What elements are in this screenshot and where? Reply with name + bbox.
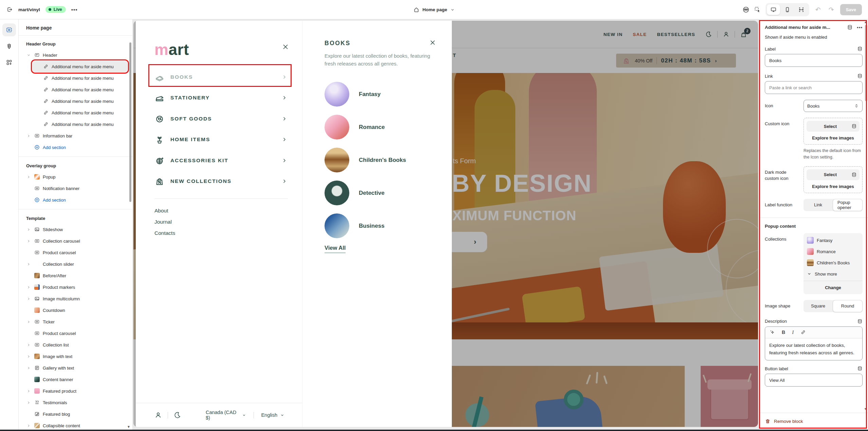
submenu-collection-romance[interactable]: Romance	[325, 111, 438, 144]
app-embeds-tab-icon[interactable]	[2, 56, 16, 69]
drawer-menu-item-home-items[interactable]: HOME ITEMS	[154, 129, 288, 150]
dynamic-source-icon[interactable]	[857, 46, 863, 52]
dynamic-source-icon[interactable]	[857, 319, 863, 324]
drawer-link-journal[interactable]: Journal	[154, 216, 175, 227]
chevron-right-icon[interactable]	[26, 320, 31, 324]
image-shape-option-round[interactable]: Round	[833, 300, 863, 312]
chevron-right-icon[interactable]	[26, 424, 31, 428]
custom-icon-dropzone[interactable]: Select Explore free images	[804, 118, 863, 145]
language-selector[interactable]: English	[261, 412, 284, 418]
collections-item-romance[interactable]: Romance	[807, 246, 859, 257]
submenu-close-icon[interactable]	[429, 39, 436, 46]
tree-row-collection-list[interactable]: Collection list	[23, 339, 128, 351]
change-collections-button[interactable]: Change	[807, 281, 859, 294]
submenu-collection-fantasy[interactable]: Fantasy	[325, 78, 438, 111]
tree-row-countdown[interactable]: Countdown	[23, 304, 128, 316]
drawer-menu-item-new-collections[interactable]: NEW COLLECTIONS	[154, 171, 288, 192]
tree-row-additional-menu-for-aside-menu[interactable]: Additional menu for aside menu	[32, 61, 128, 72]
explore-free-images-link[interactable]: Explore free images	[807, 135, 860, 140]
redo-icon[interactable]: ↷	[827, 6, 836, 14]
country-selector[interactable]: Canada (CAD $)	[206, 410, 246, 420]
tree-row-content-banner[interactable]: Content banner	[23, 374, 128, 385]
submenu-collection-children-s-books[interactable]: Children's Books	[325, 144, 438, 176]
block-more-actions-icon[interactable]: •••	[857, 25, 863, 30]
custom-icon-select-button[interactable]: Select	[807, 121, 860, 132]
submenu-collection-business[interactable]: Business	[325, 209, 438, 242]
collections-item-fantasy[interactable]: Fantasy	[807, 235, 859, 246]
chevron-right-icon[interactable]	[26, 239, 31, 243]
tree-row-additional-menu-for-aside-menu[interactable]: Additional menu for aside menu	[32, 84, 128, 95]
tree-row-popup[interactable]: Popup	[23, 171, 128, 183]
dynamic-source-icon[interactable]	[847, 24, 853, 30]
sidebar-scroll-down-arrow[interactable]: ▼	[127, 425, 130, 429]
tree-row-notification-banner[interactable]: Notification banner	[23, 183, 128, 194]
dynamic-source-icon[interactable]	[851, 172, 857, 177]
preview-inspector-icon[interactable]	[742, 6, 750, 13]
chevron-right-icon[interactable]	[26, 134, 31, 138]
drawer-account-icon[interactable]	[154, 411, 162, 419]
fullscreen-preview-button[interactable]	[795, 4, 808, 15]
tree-row-product-markers[interactable]: Product markers	[23, 281, 128, 293]
chevron-right-icon[interactable]	[26, 389, 31, 393]
tree-row-information-bar[interactable]: Information bar	[23, 130, 128, 142]
add-section-button[interactable]: Add section	[23, 194, 128, 206]
drawer-close-icon[interactable]	[282, 43, 289, 51]
tree-row-testimonials[interactable]: Testimonials	[23, 397, 128, 408]
dynamic-source-icon[interactable]	[857, 366, 863, 371]
view-all-link[interactable]: View All	[325, 245, 346, 253]
sections-tab-icon[interactable]	[2, 23, 16, 36]
tree-row-product-carousel[interactable]: Product carousel	[23, 247, 128, 258]
show-more-toggle[interactable]: Show more	[807, 268, 859, 280]
drawer-link-about[interactable]: About	[154, 205, 175, 216]
drawer-menu-item-soft-goods[interactable]: SOFT GOODS	[154, 108, 288, 129]
chevron-right-icon[interactable]	[26, 400, 31, 405]
chevron-right-icon[interactable]	[26, 175, 31, 179]
tree-row-collection-carousel[interactable]: Collection carousel	[23, 235, 128, 247]
tree-row-header[interactable]: Header	[23, 49, 128, 61]
inspector-scrollbar[interactable]	[865, 25, 867, 101]
remove-block-button[interactable]: Remove block	[774, 419, 803, 424]
mobile-preview-button[interactable]	[781, 4, 794, 15]
inspector-scroll-down-arrow[interactable]: ▼	[864, 407, 867, 411]
chevron-right-icon[interactable]	[26, 366, 31, 370]
save-button[interactable]: Save	[840, 4, 862, 15]
description-text[interactable]: Explore our latest collection of books, …	[765, 338, 862, 360]
store-logo[interactable]: mart	[154, 40, 189, 59]
tree-row-featured-product[interactable]: Featured product	[23, 385, 128, 397]
link-input[interactable]: Paste a link or search	[765, 81, 863, 94]
undo-icon[interactable]: ↶	[814, 6, 823, 14]
label-function-option-popup-opener[interactable]: Popup opener	[833, 199, 863, 211]
dynamic-source-icon[interactable]	[857, 73, 863, 79]
tree-row-ticker[interactable]: Ticker	[23, 316, 128, 327]
chevron-right-icon[interactable]	[26, 297, 31, 301]
dark-custom-icon-select-button[interactable]: Select	[807, 169, 860, 180]
tree-row-slideshow[interactable]: Slideshow	[23, 224, 128, 235]
tree-row-before-after[interactable]: Before/After	[23, 270, 128, 281]
dark-custom-icon-dropzone[interactable]: Select Explore free images	[804, 166, 863, 193]
explore-free-images-link[interactable]: Explore free images	[807, 184, 860, 189]
italic-icon[interactable]: I	[792, 330, 794, 335]
drawer-link-contacts[interactable]: Contacts	[154, 227, 175, 239]
tree-row-additional-menu-for-aside-menu[interactable]: Additional menu for aside menu	[32, 95, 128, 107]
icon-select[interactable]: Books	[804, 100, 863, 112]
bold-icon[interactable]: B	[782, 330, 785, 335]
drawer-menu-item-books[interactable]: BOOKS	[154, 67, 288, 88]
drawer-menu-item-accessories-kit[interactable]: ACCESSORIES KIT	[154, 150, 288, 171]
tree-row-image-multicolumn[interactable]: Image multicolumn	[23, 293, 128, 304]
tree-row-additional-menu-for-aside-menu[interactable]: Additional menu for aside menu	[32, 107, 128, 118]
theme-actions-menu-icon[interactable]: •••	[71, 7, 78, 13]
tree-row-additional-menu-for-aside-menu[interactable]: Additional menu for aside menu	[32, 118, 128, 130]
label-input[interactable]: Books	[765, 54, 863, 67]
add-section-button[interactable]: Add section	[23, 142, 128, 153]
tree-row-collection-slider[interactable]: Collection slider	[23, 258, 128, 270]
inspector-scroll-up-arrow[interactable]: ▲	[864, 20, 867, 24]
page-selector[interactable]: Home page	[413, 0, 455, 19]
insert-link-icon[interactable]	[800, 330, 806, 335]
tree-row-featured-blog[interactable]: Featured blog	[23, 408, 128, 420]
tree-row-additional-menu-for-aside-menu[interactable]: Additional menu for aside menu	[32, 72, 128, 84]
button-label-input[interactable]: View All	[765, 374, 863, 387]
chevron-right-icon[interactable]	[26, 343, 31, 347]
collections-item-children-s-books[interactable]: Children's Books	[807, 257, 859, 268]
chevron-right-icon[interactable]	[26, 227, 31, 232]
chevron-right-icon[interactable]	[26, 354, 31, 359]
